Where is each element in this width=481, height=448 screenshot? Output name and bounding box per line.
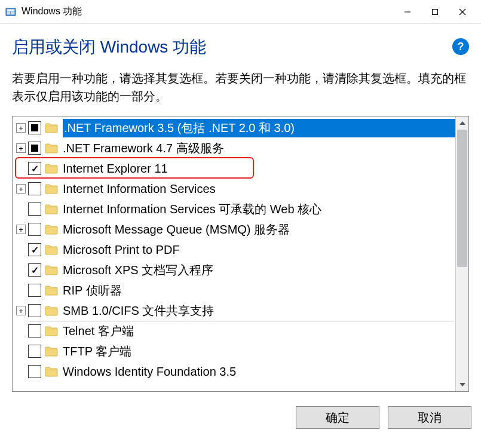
expand-icon[interactable]: + bbox=[16, 225, 26, 234]
button-bar: 确定 取消 bbox=[0, 398, 481, 437]
feature-checkbox[interactable] bbox=[28, 223, 41, 236]
feature-label: Microsoft XPS 文档写入程序 bbox=[63, 262, 455, 278]
feature-checkbox[interactable] bbox=[28, 263, 41, 277]
feature-checkbox[interactable] bbox=[28, 121, 41, 134]
folder-icon bbox=[45, 204, 58, 214]
feature-checkbox[interactable] bbox=[28, 345, 41, 358]
svg-rect-2 bbox=[7, 11, 10, 14]
minimize-button[interactable] bbox=[394, 2, 421, 22]
folder-icon bbox=[45, 224, 58, 235]
folder-icon bbox=[45, 305, 58, 316]
scrollbar[interactable] bbox=[455, 116, 468, 391]
scroll-track[interactable] bbox=[456, 130, 468, 378]
svg-marker-8 bbox=[459, 121, 465, 125]
svg-rect-1 bbox=[7, 9, 15, 11]
tree-item[interactable]: +Internet Information Services bbox=[13, 179, 455, 199]
ok-button[interactable]: 确定 bbox=[296, 406, 379, 429]
feature-checkbox[interactable] bbox=[28, 324, 41, 337]
page-heading: 启用或关闭 Windows 功能 bbox=[12, 36, 206, 59]
feature-checkbox[interactable] bbox=[28, 202, 41, 216]
expand-icon[interactable]: + bbox=[16, 123, 26, 133]
folder-icon bbox=[45, 366, 58, 377]
tree-item[interactable]: Internet Information Services 可承载的 Web 核… bbox=[13, 199, 455, 219]
feature-checkbox[interactable] bbox=[28, 142, 41, 155]
content-area: 启用或关闭 Windows 功能 ? 若要启用一种功能，请选择其复选框。若要关闭… bbox=[0, 24, 481, 398]
tree-item[interactable]: Microsoft Print to PDF bbox=[13, 240, 455, 260]
feature-checkbox[interactable] bbox=[28, 243, 41, 256]
feature-label: Internet Information Services bbox=[63, 182, 455, 196]
tree-item[interactable]: Windows Identity Foundation 3.5 bbox=[13, 361, 455, 382]
window-title: Windows 功能 bbox=[22, 5, 394, 18]
app-icon bbox=[5, 6, 17, 18]
feature-label: Windows Identity Foundation 3.5 bbox=[63, 365, 455, 379]
folder-icon bbox=[45, 265, 58, 275]
feature-checkbox[interactable] bbox=[28, 304, 41, 317]
description-text: 若要启用一种功能，请选择其复选框。若要关闭一种功能，请清除其复选框。填充的框表示… bbox=[12, 69, 469, 105]
folder-icon bbox=[45, 183, 58, 194]
folder-icon bbox=[45, 346, 58, 357]
feature-checkbox[interactable] bbox=[28, 284, 41, 297]
expand-icon[interactable]: + bbox=[16, 306, 26, 315]
window-controls bbox=[394, 2, 476, 22]
scroll-up-icon[interactable] bbox=[456, 116, 468, 130]
feature-label: .NET Framework 4.7 高级服务 bbox=[63, 140, 455, 157]
scroll-thumb[interactable] bbox=[457, 130, 467, 267]
feature-label: TFTP 客户端 bbox=[63, 343, 455, 360]
titlebar[interactable]: Windows 功能 bbox=[0, 0, 481, 24]
folder-icon bbox=[45, 143, 58, 154]
tree-list[interactable]: +.NET Framework 3.5 (包括 .NET 2.0 和 3.0)+… bbox=[13, 116, 455, 391]
feature-label: Microsoft Message Queue (MSMQ) 服务器 bbox=[63, 222, 455, 238]
feature-label: Internet Information Services 可承载的 Web 核… bbox=[63, 201, 455, 217]
svg-rect-3 bbox=[11, 11, 14, 14]
tree-item[interactable]: Telnet 客户端 bbox=[13, 321, 455, 341]
close-button[interactable] bbox=[449, 2, 476, 22]
tree-item[interactable]: +.NET Framework 3.5 (包括 .NET 2.0 和 3.0) bbox=[13, 118, 455, 138]
divider bbox=[29, 321, 454, 321]
feature-label: RIP 侦听器 bbox=[63, 283, 455, 299]
tree-item[interactable]: Microsoft XPS 文档写入程序 bbox=[13, 260, 455, 280]
feature-label: Internet Explorer 11 bbox=[63, 162, 455, 176]
feature-label: Microsoft Print to PDF bbox=[63, 243, 455, 257]
folder-icon bbox=[45, 122, 58, 133]
folder-icon bbox=[45, 285, 58, 296]
tree-item[interactable]: +SMB 1.0/CIFS 文件共享支持 bbox=[13, 300, 455, 321]
scroll-down-icon[interactable] bbox=[456, 378, 468, 391]
svg-marker-9 bbox=[459, 383, 465, 386]
features-tree: +.NET Framework 3.5 (包括 .NET 2.0 和 3.0)+… bbox=[12, 116, 469, 392]
feature-label: .NET Framework 3.5 (包括 .NET 2.0 和 3.0) bbox=[63, 119, 455, 137]
feature-checkbox[interactable] bbox=[28, 162, 41, 175]
cancel-button[interactable]: 取消 bbox=[388, 406, 471, 429]
expand-icon[interactable]: + bbox=[16, 184, 26, 194]
feature-checkbox[interactable] bbox=[28, 182, 41, 195]
folder-icon bbox=[45, 163, 58, 174]
feature-label: SMB 1.0/CIFS 文件共享支持 bbox=[63, 303, 455, 319]
expand-icon[interactable]: + bbox=[16, 143, 26, 153]
maximize-button[interactable] bbox=[421, 2, 449, 22]
tree-item[interactable]: RIP 侦听器 bbox=[13, 280, 455, 300]
help-icon[interactable]: ? bbox=[452, 38, 469, 55]
folder-icon bbox=[45, 244, 58, 255]
folder-icon bbox=[45, 326, 58, 336]
tree-item[interactable]: Internet Explorer 11 bbox=[13, 158, 455, 179]
tree-item[interactable]: +.NET Framework 4.7 高级服务 bbox=[13, 138, 455, 158]
svg-rect-5 bbox=[433, 9, 438, 14]
tree-item[interactable]: TFTP 客户端 bbox=[13, 341, 455, 361]
feature-label: Telnet 客户端 bbox=[63, 323, 455, 339]
feature-checkbox[interactable] bbox=[28, 365, 41, 378]
tree-item[interactable]: +Microsoft Message Queue (MSMQ) 服务器 bbox=[13, 219, 455, 240]
